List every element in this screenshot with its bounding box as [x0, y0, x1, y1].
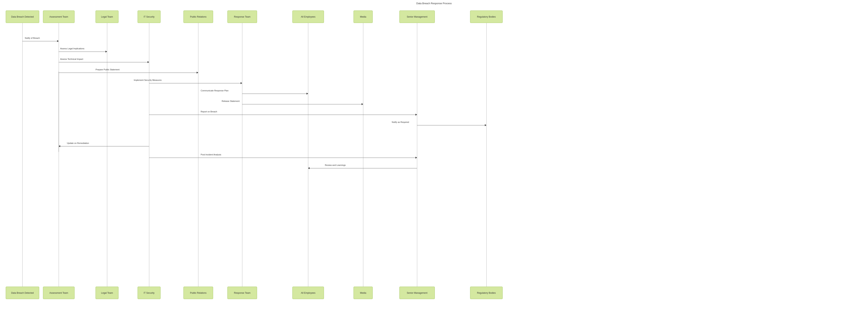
lifeline-its	[149, 23, 149, 287]
participant-all-employees-bottom: All Employees	[292, 287, 324, 299]
participant-media-top: Media	[353, 10, 373, 23]
arrow-implement-security	[241, 82, 242, 84]
label-implement-security: Implement Security Measures	[134, 79, 162, 81]
diagram-container: Data Breach Response Process Data Breach…	[0, 0, 868, 313]
participant-data-breach-detected-bottom: Data Breach Detected	[6, 287, 39, 299]
participant-legal-team-top: Legal Team	[96, 10, 119, 23]
divider-at	[59, 72, 59, 152]
participant-response-team-bottom: Response Team	[227, 287, 257, 299]
diagram-title: Data Breach Response Process	[0, 2, 868, 5]
lifeline-rb	[486, 23, 487, 287]
participant-all-employees-top: All Employees	[292, 10, 324, 23]
line-review-learnings	[308, 168, 417, 168]
label-assess-technical: Assess Technical Impact	[60, 58, 83, 60]
arrow-assess-legal	[105, 51, 107, 53]
line-report-breach	[149, 115, 417, 115]
participant-senior-management-top: Senior Management	[399, 10, 435, 23]
label-communicate-response: Communicate Response Plan	[201, 89, 228, 92]
line-assess-technical	[59, 62, 149, 62]
label-assess-legal: Assess Legal Implications	[60, 48, 85, 50]
participant-legal-team-bottom: Legal Team	[96, 287, 119, 299]
participant-media-bottom: Media	[353, 287, 373, 299]
participant-assessment-team-top: Assessment Team	[43, 10, 74, 23]
label-post-incident: Post-Incident Analysis	[201, 153, 221, 156]
arrow-prepare-public	[197, 72, 198, 73]
arrow-notify-of-breach	[57, 40, 59, 42]
arrow-notify-required	[485, 124, 486, 126]
line-notify-of-breach	[22, 41, 59, 41]
arrow-assess-technical	[148, 61, 149, 63]
lifeline-ae	[308, 23, 308, 287]
participant-regulatory-bodies-bottom: Regulatory Bodies	[470, 287, 503, 299]
arrow-review-learnings	[308, 167, 310, 169]
participant-public-relations-top: Public Relations	[183, 10, 213, 23]
lifeline-pr	[198, 23, 198, 287]
arrow-report-breach	[415, 114, 417, 116]
participant-response-team-top: Response Team	[227, 10, 257, 23]
arrow-update-remediation	[59, 145, 60, 147]
line-release-statement	[242, 104, 363, 104]
line-notify-required	[417, 125, 486, 125]
arrow-post-incident	[415, 157, 417, 159]
participant-it-security-bottom: IT Security	[137, 287, 160, 299]
line-assess-legal	[59, 52, 107, 52]
participant-it-security-top: IT Security	[137, 10, 160, 23]
label-notify-required: Notify as Required	[392, 121, 409, 123]
label-review-learnings: Review and Learnings	[325, 164, 346, 166]
arrow-communicate-response	[307, 93, 308, 95]
participant-data-breach-detected-top: Data Breach Detected	[6, 10, 39, 23]
label-release-statement: Release Statement	[222, 100, 240, 102]
label-update-remediation: Update on Remediation	[67, 142, 89, 144]
lifeline-at	[59, 23, 59, 287]
participant-regulatory-bodies-top: Regulatory Bodies	[470, 10, 503, 23]
label-prepare-public: Prepare Public Statement	[96, 68, 119, 71]
label-notify-of-breach: Notify of Breach	[25, 37, 40, 39]
participant-assessment-team-bottom: Assessment Team	[43, 287, 74, 299]
arrow-release-statement	[362, 103, 363, 105]
label-report-breach: Report on Breach	[201, 111, 217, 113]
lifeline-dbd	[22, 23, 23, 287]
participant-senior-management-bottom: Senior Management	[399, 287, 435, 299]
participant-public-relations-bottom: Public Relations	[183, 287, 213, 299]
